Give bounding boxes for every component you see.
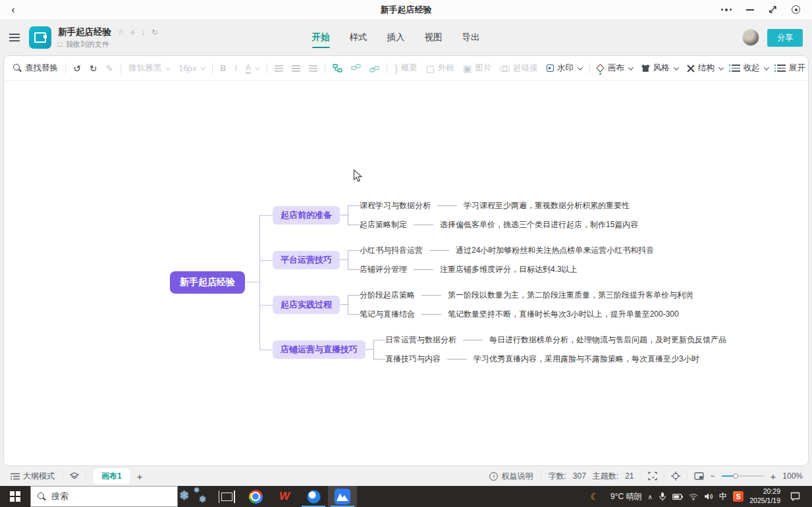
ime-indicator[interactable]: 中 [719,491,728,502]
branch-node[interactable]: 店铺运营与直播技巧 [273,340,365,359]
image-button[interactable]: ▣ 图片 [462,61,493,76]
font-color-button[interactable]: A [244,61,261,76]
structure-button[interactable]: 结构 [686,61,724,76]
toolbar: 查找替换 ↺ ↻ ✎ 微软雅黑 16px B I A [4,56,808,81]
insert-parent-topic-button[interactable] [368,62,381,74]
more-options-icon[interactable] [721,9,732,11]
taskbar-clock[interactable]: 20:29 2025/1/19 [749,487,780,505]
mindmap-leaf[interactable]: 直播技巧与内容 学习优秀直播内容，采用露脸与不露脸策略，每次直播至少3小时 [385,352,726,366]
watermark-button[interactable]: 水印 [545,61,583,76]
zoom-slider-knob[interactable] [733,473,738,479]
fit-screen-button[interactable] [648,471,657,481]
zoom-slider[interactable] [722,475,764,477]
locate-center-button[interactable] [671,471,680,481]
wps-app-button[interactable]: W [270,486,299,507]
style-button[interactable]: 风格 [640,61,680,76]
folder-icon: □ [58,40,63,48]
mindmap-leaf[interactable]: 日常运营与数据分析 每日进行数据榜单分析，处理物流与售后问题，及时更新负反馈产品 [385,333,726,347]
redo-button[interactable]: ↻ [88,62,99,75]
topic-icon [333,64,342,72]
align-right-button[interactable] [308,63,319,74]
branch-node[interactable]: 起店实践过程 [273,296,340,314]
layers-button[interactable] [70,472,79,481]
microphone-icon[interactable] [659,492,666,501]
battery-icon[interactable] [672,494,683,500]
titlebar: ‹ 新手起店经验 [0,0,812,20]
share-button[interactable]: 分享 [767,29,803,47]
tab-export[interactable]: 导出 [460,28,481,47]
document-location[interactable]: 我收到的文件 [66,40,109,49]
hidden-icons-button[interactable]: ∧ [647,493,652,500]
start-button[interactable] [0,486,30,507]
insert-topic-button[interactable] [331,62,344,74]
connector-line [421,295,441,296]
avatar[interactable] [742,29,759,46]
italic-button[interactable]: I [233,62,238,75]
zoom-out-button[interactable]: − [711,471,715,481]
format-painter-button[interactable]: ✎ [104,62,115,75]
tab-style[interactable]: 样式 [348,28,368,47]
zoom-in-button[interactable]: + [771,471,776,482]
summary-button[interactable]: } 概要 [393,61,419,76]
history-icon[interactable]: ↻ [151,28,158,36]
minimize-icon[interactable] [746,9,754,11]
snowflake-decoration: ❄ ❅ ❄ [178,486,212,507]
collapse-button[interactable]: 收起 [730,61,770,76]
mindmap-leaf[interactable]: 课程学习与数据分析 学习课程至少两遍，重视数据分析积累的重要性 [360,198,638,213]
frame-button[interactable]: ▢ 外框 [425,61,456,76]
mindmap-app-button[interactable] [328,486,357,507]
chrome-app-button[interactable] [241,486,270,507]
weather-text[interactable]: 9°C 晴朗 [610,491,641,502]
align-center-button[interactable] [290,63,302,74]
undo-button[interactable]: ↺ [72,62,82,75]
tab-insert[interactable]: 插入 [385,28,406,47]
task-view-button[interactable] [212,486,241,507]
notification-center-button[interactable] [786,492,807,501]
minimap-button[interactable] [694,472,704,480]
canvas-tab-1[interactable]: 画布1 [93,468,130,485]
branch-node[interactable]: 起店前的准备 [273,206,340,225]
insert-subtopic-button[interactable] [350,62,362,74]
rights-info-button[interactable]: i 权益说明 [488,469,534,484]
find-replace-button[interactable]: 查找替换 [12,61,59,76]
tab-start[interactable]: 开始 [310,28,331,47]
expand-button[interactable]: 展开 [776,61,809,76]
outline-mode-button[interactable]: 大纲模式 [9,469,56,484]
mindmap-leaf[interactable]: 小红书与抖音运营 通过24小时加够粉丝和关注热点榜单来运营小红书和抖音 [360,243,654,257]
mindmap-branch: 店铺运营与直播技巧 日常运营与数据分析 每日进行数据榜单分析，处理物流与售后问题… [273,333,726,366]
close-to-tray-icon[interactable] [792,5,800,14]
font-size-select[interactable]: 16px [177,62,206,75]
tab-view[interactable]: 视图 [423,28,443,47]
bold-button[interactable]: B [219,62,227,75]
browser-app-button[interactable] [299,486,328,507]
mindmap-leaf[interactable]: 笔记与直播结合 笔记数量坚持不断，直播时长每次3小时以上，提升单量至200-30… [360,307,693,321]
wifi-icon[interactable] [689,493,698,500]
notification-icon [790,492,800,501]
mindmap-leaf[interactable]: 店铺评分管理 注重店铺多维度评分，目标达到4.3以上 [360,262,654,277]
weather-icon[interactable]: ☾ [590,491,599,502]
speaker-icon[interactable] [704,493,713,500]
back-button[interactable]: ‹ [0,3,26,16]
collapse-list-icon [732,65,740,72]
favorite-icon[interactable]: ☆ [117,28,124,36]
menu-icon[interactable] [9,34,20,41]
add-canvas-button[interactable]: + [137,471,143,482]
taskbar-search-input[interactable]: 搜索 [30,486,178,507]
sogou-ime-icon[interactable]: S [733,491,744,502]
hyperlink-button[interactable]: 超链接 [499,61,539,76]
canvas-button[interactable]: 画布 [596,61,634,76]
branch-node[interactable]: 平台运营技巧 [273,251,340,269]
align-left-button[interactable] [273,63,284,74]
mindmap-leaf[interactable]: 分阶段起店策略 第一阶段以数量为主，第二阶段注重质量，第三阶段提升客单价与利润 [360,288,693,302]
info-icon: i [489,472,498,481]
font-family-select[interactable]: 微软雅黑 [127,61,171,76]
mindmap-leaf[interactable]: 起店策略制定 选择偏低客单价，挑选三个类目进行起店，制作15篇内容 [360,217,638,232]
subtopic-icon [351,64,361,72]
search-placeholder: 搜索 [51,491,68,502]
restore-icon[interactable] [769,5,777,14]
tag-icon[interactable]: ⟡ [130,28,136,36]
mindmap-canvas[interactable]: 新手起店经验 起店前的准备 课程学习与数据分析 学习课程至少两遍，重视数据分析积… [4,81,808,466]
download-icon[interactable]: ↓ [142,28,146,36]
mindmap-root-node[interactable]: 新手起店经验 [170,271,245,294]
connector-line [340,304,348,305]
